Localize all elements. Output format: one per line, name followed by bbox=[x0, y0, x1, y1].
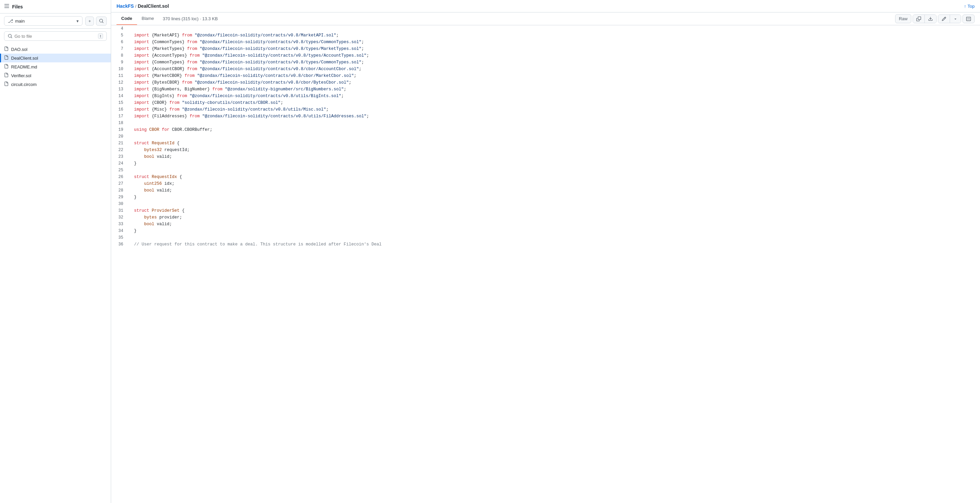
add-file-button[interactable]: + bbox=[85, 16, 94, 26]
main-content: HackFS / DealClient.sol ↑ Top Code Blame… bbox=[111, 0, 980, 503]
table-row: 16import {Misc} from "@zondax/filecoin-s… bbox=[111, 106, 980, 113]
line-number: 34 bbox=[111, 228, 129, 234]
edit-button[interactable] bbox=[938, 15, 950, 23]
line-content: import {AccountTypes} from "@zondax/file… bbox=[129, 52, 980, 59]
table-row: 5import {MarketAPI} from "@zondax/fileco… bbox=[111, 32, 980, 39]
download-button[interactable] bbox=[925, 15, 936, 23]
table-row: 28 bool valid; bbox=[111, 187, 980, 194]
line-number: 36 bbox=[111, 241, 129, 248]
line-content: struct ProviderSet { bbox=[129, 208, 980, 214]
symbols-button[interactable] bbox=[963, 14, 975, 23]
line-content bbox=[129, 167, 980, 174]
breadcrumb-repo[interactable]: HackFS bbox=[116, 3, 134, 9]
table-row: 31struct ProviderSet { bbox=[111, 208, 980, 214]
branch-icon: ⎇ bbox=[8, 18, 13, 24]
line-content: using CBOR for CBOR.CBORBuffer; bbox=[129, 126, 980, 133]
table-row: 23 bool valid; bbox=[111, 153, 980, 160]
top-arrow-icon: ↑ bbox=[964, 4, 967, 9]
breadcrumb: HackFS / DealClient.sol bbox=[116, 3, 962, 9]
line-content bbox=[129, 201, 980, 208]
table-row: 27 uint256 idx; bbox=[111, 180, 980, 187]
table-row: 32 bytes provider; bbox=[111, 214, 980, 221]
table-row: 20 bbox=[111, 133, 980, 140]
line-content: import {BigInts} from "@zondax/filecoin-… bbox=[129, 93, 980, 99]
table-row: 22 bytes32 requestId; bbox=[111, 147, 980, 153]
file-item-readme[interactable]: README.md bbox=[0, 62, 111, 71]
line-number: 12 bbox=[111, 79, 129, 86]
line-number: 19 bbox=[111, 126, 129, 133]
line-number: 16 bbox=[111, 106, 129, 113]
line-content: import {BigNumbers, BigNumber} from "@zo… bbox=[129, 86, 980, 93]
table-row: 12import {BytesCBOR} from "@zondax/filec… bbox=[111, 79, 980, 86]
file-item-dealclient[interactable]: DealClient.sol bbox=[0, 54, 111, 62]
line-content: bytes provider; bbox=[129, 214, 980, 221]
line-number: 5 bbox=[111, 32, 129, 39]
table-row: 6import {CommonTypes} from "@zondax/file… bbox=[111, 39, 980, 46]
line-number: 4 bbox=[111, 25, 129, 32]
tabs-bar: Code Blame 370 lines (315 loc) · 13.3 KB… bbox=[111, 13, 980, 25]
line-number: 10 bbox=[111, 66, 129, 72]
line-number: 26 bbox=[111, 174, 129, 180]
line-content: } bbox=[129, 160, 980, 167]
panel-icon bbox=[4, 3, 10, 10]
tab-blame[interactable]: Blame bbox=[137, 13, 159, 25]
file-name-dealclient: DealClient.sol bbox=[11, 56, 38, 61]
line-content: import {AccountCBOR} from "@zondax/filec… bbox=[129, 66, 980, 72]
code-table: 4 5import {MarketAPI} from "@zondax/file… bbox=[111, 25, 980, 248]
line-content: import {MarketTypes} from "@zondax/filec… bbox=[129, 46, 980, 52]
go-to-file-search[interactable]: t bbox=[4, 31, 107, 41]
raw-button[interactable]: Raw bbox=[895, 14, 911, 23]
line-number: 21 bbox=[111, 140, 129, 147]
line-number: 22 bbox=[111, 147, 129, 153]
file-list: DAO.sol DealClient.sol README.md Verifie… bbox=[0, 43, 111, 90]
line-content: bytes32 requestId; bbox=[129, 147, 980, 153]
code-area[interactable]: 4 5import {MarketAPI} from "@zondax/file… bbox=[111, 25, 980, 503]
sidebar: Files ⎇ main ▾ + t DAO.sol bbox=[0, 0, 111, 503]
table-row: 26struct RequestIdx { bbox=[111, 174, 980, 180]
line-content: uint256 idx; bbox=[129, 180, 980, 187]
table-row: 21struct RequestId { bbox=[111, 140, 980, 147]
line-number: 31 bbox=[111, 208, 129, 214]
copy-button[interactable] bbox=[913, 15, 925, 23]
top-link[interactable]: ↑ Top bbox=[964, 4, 975, 9]
line-content: bool valid; bbox=[129, 187, 980, 194]
table-row: 18 bbox=[111, 120, 980, 126]
line-content: struct RequestId { bbox=[129, 140, 980, 147]
file-item-dao[interactable]: DAO.sol bbox=[0, 45, 111, 54]
table-row: 8import {AccountTypes} from "@zondax/fil… bbox=[111, 52, 980, 59]
file-header: HackFS / DealClient.sol ↑ Top bbox=[111, 0, 980, 13]
table-row: 14import {BigInts} from "@zondax/filecoi… bbox=[111, 93, 980, 99]
branch-name: main bbox=[15, 19, 25, 24]
table-row: 4 bbox=[111, 25, 980, 32]
line-number: 27 bbox=[111, 180, 129, 187]
file-icon bbox=[4, 55, 8, 61]
line-content: bool valid; bbox=[129, 221, 980, 228]
edit-group bbox=[938, 14, 961, 23]
search-files-button[interactable] bbox=[96, 16, 107, 26]
table-row: 34} bbox=[111, 228, 980, 234]
line-content: bool valid; bbox=[129, 153, 980, 160]
table-row: 15import {CBOR} from "solidity-cborutils… bbox=[111, 99, 980, 106]
branch-actions: + bbox=[85, 16, 107, 26]
copy-download-group bbox=[913, 14, 937, 23]
line-number: 14 bbox=[111, 93, 129, 99]
line-content: // User request for this contract to mak… bbox=[129, 241, 980, 248]
file-icon bbox=[4, 46, 8, 52]
table-row: 11import {MarketCBOR} from "@zondax/file… bbox=[111, 72, 980, 79]
line-number: 29 bbox=[111, 194, 129, 201]
table-row: 30 bbox=[111, 201, 980, 208]
top-label: Top bbox=[967, 4, 975, 9]
file-item-verifier[interactable]: Verifier.sol bbox=[0, 71, 111, 80]
file-info: 370 lines (315 loc) · 13.3 KB bbox=[163, 16, 218, 21]
branch-row: ⎇ main ▾ + bbox=[0, 13, 111, 29]
table-row: 17import {FilAddresses} from "@zondax/fi… bbox=[111, 113, 980, 120]
branch-selector[interactable]: ⎇ main ▾ bbox=[4, 16, 83, 26]
table-row: 29} bbox=[111, 194, 980, 201]
file-item-circuit[interactable]: circuit.circom bbox=[0, 80, 111, 89]
search-input[interactable] bbox=[14, 34, 96, 39]
sidebar-header: Files bbox=[0, 0, 111, 13]
breadcrumb-file: DealClient.sol bbox=[138, 3, 169, 9]
tab-code[interactable]: Code bbox=[116, 13, 137, 25]
line-number: 9 bbox=[111, 59, 129, 66]
edit-chevron-button[interactable] bbox=[950, 15, 961, 23]
